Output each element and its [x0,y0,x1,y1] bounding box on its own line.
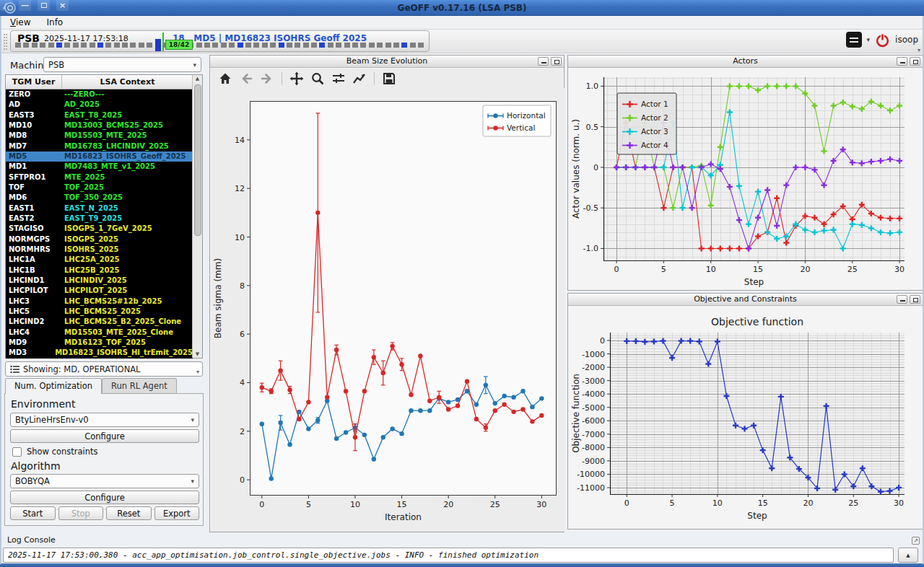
table-row[interactable]: MD5MD16823_ISOHRS_Geoff_2025 [6,151,193,162]
panel-minimize-icon[interactable] [538,57,549,66]
tgm-user-cell[interactable]: LHCIND1 [6,276,62,286]
scrollbar-handle[interactable] [194,84,201,236]
lsa-context-cell[interactable]: MTE_2025 [62,172,193,183]
lsa-context-cell[interactable]: LHCPILOT_2025 [62,286,193,296]
table-row[interactable]: MD9MD16123_TOF_2025 [6,338,193,348]
lsa-context-cell[interactable]: MD13003_BCMS25_2025 [62,120,193,131]
table-row[interactable]: ADAD_2025 [6,100,193,110]
tgm-user-cell[interactable]: MD3 [6,348,53,358]
table-row[interactable]: LHC1BLHC25B_2025 [6,265,193,276]
algorithm-select[interactable]: BOBYQA▾ [10,474,199,488]
table-row[interactable]: NORMHRSISOHRS_2025 [6,245,193,255]
lsa-context-cell[interactable]: LHC25A_2025 [62,255,193,265]
scroll-down-icon[interactable]: ▼ [193,351,202,357]
toolbar-drag-handle[interactable] [4,34,7,50]
configure-algorithm-button[interactable]: Configure [10,491,199,504]
table-header[interactable]: TGM User LSA Context [6,75,193,89]
tab-num-optimization[interactable]: Num. Optimization [5,378,102,394]
lsa-context-cell[interactable]: ISOHRS_2025 [62,245,193,255]
lsa-context-cell[interactable]: ISOGPS_2025 [62,234,193,245]
col-lsa-context[interactable]: LSA Context [62,75,193,89]
menu-view[interactable]: View [10,17,30,27]
panel-maximize-icon[interactable] [910,295,920,304]
tgm-user-cell[interactable]: LHC1B [6,265,62,276]
lsa-context-cell[interactable]: LHC_BCMS25_B2_2025_Clone [62,317,193,327]
table-row[interactable]: MD7MD16783_LHCINDIV_2025 [6,141,193,151]
table-row[interactable]: MD8MD15503_MTE_2025 [6,131,193,141]
lsa-context-cell[interactable]: EAST_N_2025 [62,203,193,214]
table-row[interactable]: LHC3LHC_BCMS25#12b_2025 [6,296,193,307]
configure-environment-button[interactable]: Configure [10,429,199,443]
back-icon[interactable] [237,70,255,87]
table-body[interactable]: ZERO---ZERO---ADAD_2025EAST3EAST_T8_2025… [6,89,193,359]
export-button[interactable]: Export [154,506,200,520]
tgm-user-cell[interactable]: NORMGPS [6,234,62,245]
table-row[interactable]: MD6TOF_350_2025 [6,193,193,203]
lsa-context-cell[interactable]: LHC25B_2025 [62,265,193,276]
panel-maximize-icon[interactable] [910,57,920,66]
context-filter-select[interactable]: Showing: MD, OPERATIONAL ▾ [5,361,203,377]
app-menu-icon[interactable] [846,32,862,48]
table-scrollbar[interactable]: ▲ ▼ [192,75,202,358]
table-row[interactable]: MD1MD7483_MTE_v1_2025 [6,162,193,172]
show-constraints-checkbox[interactable] [12,447,22,457]
tgm-user-cell[interactable]: AD [6,100,62,110]
log-message-field[interactable]: 2025-11-17 17:53:00,380 - acc_app_optimi… [3,548,894,563]
lsa-context-cell[interactable]: MD7483_MTE_v1_2025 [62,162,193,172]
table-row[interactable]: LHC1ALHC25A_2025 [6,255,193,265]
start-button[interactable]: Start [10,506,56,520]
panel-maximize-icon[interactable] [551,57,562,66]
pan-icon[interactable] [288,70,305,87]
table-row[interactable]: EAST1EAST_N_2025 [6,203,193,214]
tgm-user-cell[interactable]: TOF [6,183,62,193]
table-row[interactable]: TOFTOF_2025 [6,183,193,193]
app-menu-caret-icon[interactable]: ▾ [867,36,871,43]
table-row[interactable]: ZERO---ZERO--- [6,89,193,100]
lsa-context-cell[interactable]: TOF_2025 [62,183,193,193]
lsa-context-cell[interactable]: MD16823_ISOHRS_Geoff_2025 [62,151,193,162]
tgm-user-cell[interactable]: EAST3 [6,110,62,120]
table-row[interactable]: NORMGPSISOGPS_2025 [6,234,193,245]
lsa-context-cell[interactable]: ---ZERO--- [62,89,193,100]
power-icon[interactable] [875,32,890,48]
lsa-context-cell[interactable]: MD16783_LHCINDIV_2025 [62,141,193,151]
home-icon[interactable] [217,70,234,87]
panel-minimize-icon[interactable] [897,57,907,66]
tgm-user-cell[interactable]: SFTPRO1 [6,172,62,183]
machine-select[interactable]: PSB▾ [43,57,201,72]
toolbar-extension-icon[interactable]: ▾ [918,47,920,53]
tgm-user-cell[interactable]: LHC1A [6,255,62,265]
lsa-context-cell[interactable]: LHCINDIV_2025 [62,276,193,286]
lsa-context-cell[interactable]: ISOGPS_1_7GeV_2025 [62,224,193,234]
tgm-user-cell[interactable]: LHCIND2 [6,317,62,327]
tgm-user-cell[interactable]: MD1 [6,162,62,172]
lsa-context-cell[interactable]: EAST_T9_2025 [62,214,193,224]
tgm-user-cell[interactable]: LHC4 [6,328,62,338]
tgm-user-cell[interactable]: LHCPILOT [6,286,62,296]
tgm-user-cell[interactable]: LHC3 [6,296,62,307]
stop-button[interactable]: Stop [58,506,104,520]
tgm-user-cell[interactable]: MD6 [6,193,62,203]
lsa-context-cell[interactable]: LHC_BCMS25#12b_2025 [62,296,193,307]
customize-icon[interactable] [351,70,368,87]
table-row[interactable]: STAGISOISOGPS_1_7GeV_2025 [6,224,193,234]
table-row[interactable]: EAST3EAST_T8_2025 [6,110,193,120]
menu-info[interactable]: Info [46,17,63,27]
tgm-user-cell[interactable]: MD7 [6,141,62,151]
tgm-user-cell[interactable]: EAST2 [6,214,62,224]
table-row[interactable]: LHCPILOTLHCPILOT_2025 [6,286,193,296]
col-tgm-user[interactable]: TGM User [6,75,62,89]
scroll-up-icon[interactable]: ▲ [193,76,202,82]
objective-chart[interactable]: 0510152025300-1000-2000-3000-4000-5000-6… [569,307,923,529]
actors-chart[interactable]: 0510152025301.00.50-0.5-1.0StepActor val… [569,69,923,291]
tgm-user-cell[interactable]: MD5 [6,151,62,162]
tgm-user-cell[interactable]: ZERO [6,89,62,100]
tgm-user-cell[interactable]: EAST1 [6,203,62,214]
zoom-icon[interactable] [309,70,326,87]
lsa-context-cell[interactable]: MD16823_ISOHRS_HI_trEmit_2025 [53,348,193,358]
lsa-context-cell[interactable]: MD16123_TOF_2025 [62,338,193,348]
save-icon[interactable] [380,70,398,87]
lsa-context-cell[interactable]: EAST_T8_2025 [62,110,193,120]
table-row[interactable]: SFTPRO1MTE_2025 [6,172,193,183]
forward-icon[interactable] [258,70,276,87]
